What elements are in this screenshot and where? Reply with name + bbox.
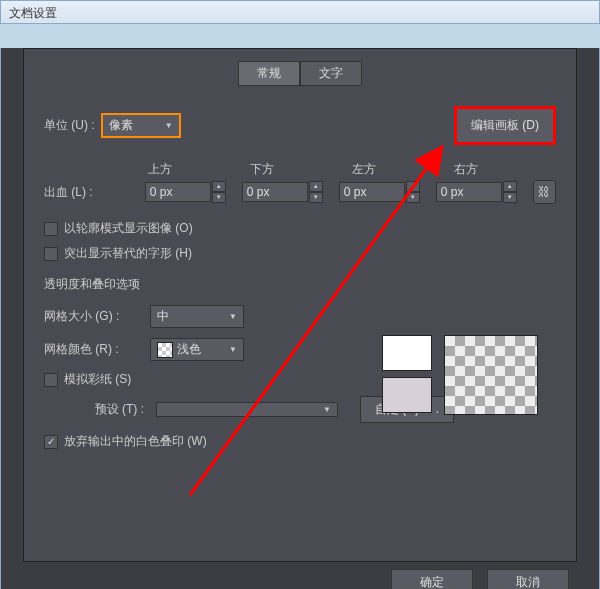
discard-white-label: 放弃输出中的白色叠印 (W) [64,433,207,450]
bleed-header-right: 右方 [454,161,556,178]
grid-color-dropdown[interactable]: 浅色 ▼ [150,338,244,361]
chevron-down-icon: ▼ [165,121,173,130]
main-panel: 常规 文字 单位 (U) : 像素 ▼ 编辑画板 (D) 上方 下方 左 [23,48,577,562]
bleed-top-input[interactable]: 0 px ▲▼ [145,181,226,203]
cancel-button[interactable]: 取消 [487,569,569,589]
transparency-section-title: 透明度和叠印选项 [44,276,556,293]
preset-dropdown[interactable]: ▼ [156,402,338,417]
window-title: 文档设置 [9,6,57,20]
grid-size-dropdown[interactable]: 中 ▼ [150,305,244,328]
transparency-preview [444,335,538,415]
title-bar: 文档设置 [0,0,600,24]
grid-color-label: 网格颜色 (R) : [44,341,144,358]
highlight-sub-checkbox[interactable] [44,247,58,261]
chevron-down-icon: ▼ [323,405,331,414]
bleed-header-left: 左方 [352,161,454,178]
spinner-icon[interactable]: ▲▼ [212,181,226,203]
document-setup-window: 文档设置 常规 文字 单位 (U) : 像素 ▼ 编辑画板 (D) [0,0,600,589]
ok-button[interactable]: 确定 [391,569,473,589]
content-area: 常规 文字 单位 (U) : 像素 ▼ 编辑画板 (D) 上方 下方 左 [0,48,600,589]
chevron-down-icon: ▼ [229,312,237,321]
outline-mode-checkbox[interactable] [44,222,58,236]
bleed-right-input[interactable]: 0 px ▲▼ [436,181,517,203]
spinner-icon[interactable]: ▲▼ [309,181,323,203]
preset-label: 预设 (T) : [44,401,150,418]
swatch-white[interactable] [382,335,432,371]
edit-artboard-button[interactable]: 编辑画板 (D) [454,106,556,145]
unit-label: 单位 (U) : [44,117,95,134]
simulate-paper-label: 模拟彩纸 (S) [64,371,131,388]
highlight-sub-label: 突出显示替代的字形 (H) [64,245,192,262]
bleed-header-bottom: 下方 [250,161,352,178]
color-swatches [382,335,432,419]
spinner-icon[interactable]: ▲▼ [406,181,420,203]
discard-white-checkbox[interactable]: ✓ [44,435,58,449]
dialog-buttons: 确定 取消 [391,569,569,589]
bleed-label: 出血 (L) : [44,184,139,201]
unit-dropdown[interactable]: 像素 ▼ [101,113,181,138]
bleed-left-input[interactable]: 0 px ▲▼ [339,181,420,203]
link-icon[interactable]: ⛓ [533,180,556,204]
spinner-icon[interactable]: ▲▼ [503,181,517,203]
bleed-header-top: 上方 [148,161,250,178]
tab-general[interactable]: 常规 [238,61,300,86]
simulate-paper-checkbox[interactable] [44,373,58,387]
unit-value: 像素 [109,117,133,134]
tab-text[interactable]: 文字 [300,61,362,86]
chevron-down-icon: ▼ [229,345,237,354]
bleed-headers: 上方 下方 左方 右方 [148,161,556,178]
grid-size-label: 网格大小 (G) : [44,308,144,325]
swatch-light[interactable] [382,377,432,413]
outline-mode-label: 以轮廓模式显示图像 (O) [64,220,193,237]
bleed-bottom-input[interactable]: 0 px ▲▼ [242,181,323,203]
checker-swatch-icon [157,342,173,358]
tab-bar: 常规 文字 [44,61,556,86]
